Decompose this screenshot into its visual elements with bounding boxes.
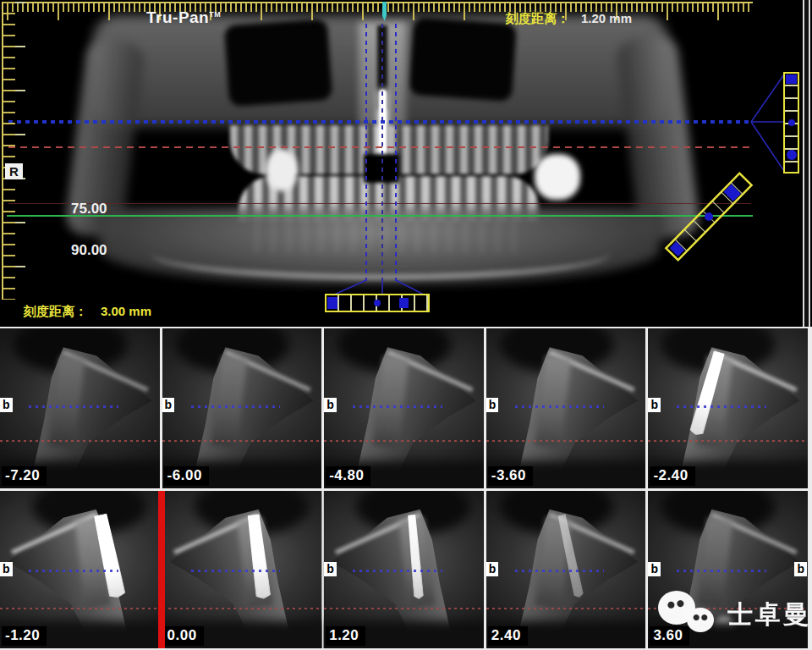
buccal-marker: b — [0, 398, 13, 412]
buccal-marker: b — [486, 562, 499, 576]
slice-blue-reference-line — [29, 570, 118, 572]
watermark: 士卓曼 — [651, 591, 812, 642]
brand-label: Tru-PanTM — [146, 8, 221, 27]
pano-right-border — [803, 0, 810, 327]
watermark-text: 士卓曼 — [727, 598, 811, 632]
slice-red-reference-line — [162, 440, 322, 442]
slice-red-reference-line — [648, 440, 808, 442]
slice-blue-reference-line — [191, 405, 281, 408]
slice-position-label: 2.40 — [488, 626, 528, 646]
buccal-marker: b — [324, 398, 337, 412]
panoramic-view[interactable]: Tru-PanTM 刻度距离：1.20 mm 刻度距离：3.00 mm R 75… — [0, 0, 812, 327]
buccal-marker: b — [486, 398, 499, 412]
buccal-marker: b — [162, 398, 175, 412]
horizontal-scale-ladder[interactable] — [325, 294, 430, 312]
ladder-handle[interactable] — [786, 74, 797, 84]
slice-image — [324, 328, 484, 488]
projection-lines — [0, 0, 812, 327]
slice-cell[interactable]: b 2.40 — [486, 491, 646, 648]
ladder-handle[interactable] — [787, 150, 797, 160]
slice-red-reference-line — [486, 608, 646, 609]
ruler-label-75: 75.00 — [71, 201, 107, 218]
ladder-handle[interactable] — [374, 300, 381, 306]
slice-blue-reference-line — [191, 570, 281, 572]
slice-red-reference-line — [486, 440, 646, 442]
slice-red-reference-line — [0, 608, 160, 609]
buccal-marker: b — [324, 562, 337, 576]
bottom-scale-readout: 刻度距离：3.00 mm — [24, 304, 151, 320]
slice-position-label: -6.00 — [164, 466, 209, 486]
slice-blue-reference-line — [29, 405, 118, 408]
slice-red-reference-line — [0, 440, 160, 442]
slice-blue-reference-line — [677, 570, 766, 572]
buccal-marker: b — [648, 398, 661, 412]
ruler-label-90: 90.00 — [71, 242, 107, 259]
slice-row-1: b -7.20 b -6.00 b -4.80 b — [0, 328, 812, 488]
slice-red-reference-line — [162, 608, 322, 609]
slice-image — [0, 328, 160, 488]
slice-position-label: -7.20 — [2, 466, 47, 486]
slice-position-label: 0.00 — [164, 626, 204, 646]
slice-red-reference-line — [324, 440, 484, 442]
slice-cell[interactable]: b 1.20 — [324, 491, 484, 648]
slice-red-reference-line — [324, 608, 484, 609]
buccal-marker: b — [0, 562, 13, 576]
buccal-marker: b — [794, 562, 807, 576]
ladder-handle[interactable] — [788, 119, 795, 126]
buccal-marker: b — [648, 562, 661, 576]
slice-blue-reference-line — [515, 570, 605, 572]
slice-blue-reference-line — [353, 570, 442, 572]
slice-cell[interactable]: b -4.80 — [324, 328, 484, 488]
orientation-marker: R — [5, 163, 23, 179]
slice-position-label: -4.80 — [326, 466, 370, 486]
ladder-handle[interactable] — [327, 297, 337, 309]
slice-cell-selected[interactable]: b -1.20 — [0, 491, 160, 648]
slice-position-label: 1.20 — [326, 626, 365, 646]
slice-cell[interactable]: b -3.60 — [486, 328, 646, 488]
top-scale-readout: 刻度距离：1.20 mm — [506, 11, 632, 27]
diagonal-scale-ladder[interactable] — [666, 174, 751, 260]
slice-image — [648, 328, 808, 488]
ladder-handle[interactable] — [399, 298, 409, 308]
slice-cell-current[interactable]: 0.00 — [162, 491, 322, 648]
slice-image — [162, 328, 322, 488]
slice-position-label: -3.60 — [488, 466, 533, 486]
slice-position-label: -2.40 — [650, 466, 694, 486]
slice-blue-reference-line — [515, 405, 605, 408]
cbct-viewer: Tru-PanTM 刻度距离：1.20 mm 刻度距离：3.00 mm R 75… — [0, 0, 812, 650]
vertical-scale-ladder[interactable] — [783, 72, 799, 174]
slice-cell[interactable]: b -2.40 — [648, 328, 808, 488]
slice-image — [486, 328, 646, 488]
wechat-icon — [687, 608, 714, 632]
slice-blue-reference-line — [353, 405, 442, 408]
slice-blue-reference-line — [677, 405, 766, 408]
current-slice-marker — [158, 491, 165, 648]
slice-position-label: -1.20 — [2, 626, 47, 646]
slice-cell[interactable]: b -7.20 — [0, 328, 160, 488]
slice-cell[interactable]: b -6.00 — [162, 328, 322, 488]
